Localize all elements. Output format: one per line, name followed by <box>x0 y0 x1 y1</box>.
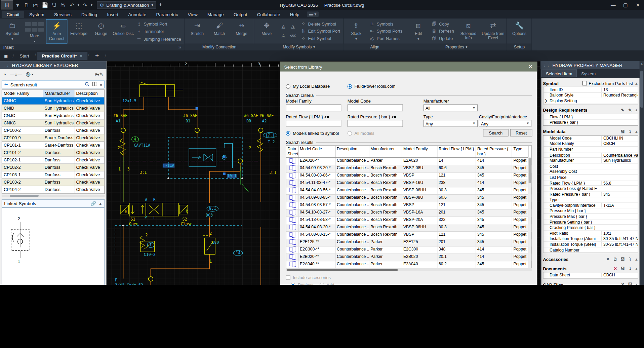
data-sheet-icon[interactable] <box>289 225 295 229</box>
library-row-CNJC[interactable]: CNJCSun HydraulicsCheck Valve <box>2 112 104 120</box>
match-button[interactable]: 🖌Match <box>209 19 230 43</box>
library-row-CP103-1[interactable]: CP103-1DanfossCheck Valve <box>2 171 104 179</box>
results-hscrollbar[interactable] <box>286 268 532 271</box>
manufacturer-combo[interactable]: All▼ <box>424 104 478 111</box>
menu-help[interactable]: Help <box>285 10 304 18</box>
library-row-CP101-2[interactable]: CP101-2DanfossCheck Valve <box>2 149 104 157</box>
edit-library-icon[interactable]: 🗁✎ <box>95 72 103 77</box>
property-row-part-number[interactable]: Part Number <box>544 147 638 152</box>
add-radio[interactable]: Add <box>320 282 334 285</box>
menu-collaborate[interactable]: Collaborate <box>252 10 285 18</box>
library-row-CNKC[interactable]: CNKCSun HydraulicsCheck Valve <box>2 120 104 127</box>
mirror-h-icon[interactable]: ⋘ <box>289 32 297 40</box>
source-radio-local[interactable]: My Local Database <box>286 84 330 89</box>
data-sheet-icon[interactable] <box>289 210 295 214</box>
property-row-list-price[interactable]: List Price <box>544 175 638 180</box>
rotate-right-icon[interactable]: ◬ <box>279 32 287 40</box>
menu-overflow-icon[interactable]: ▬ ▾ <box>307 11 319 17</box>
results-column-model-code[interactable]: Model Code <box>298 146 335 157</box>
close-button[interactable]: ✕ <box>632 0 644 10</box>
workspace-switcher[interactable]: ⚙ Drafting & Annotation ▾ <box>97 1 156 9</box>
include-accessories-option[interactable]: Include accessories <box>286 275 330 280</box>
insert-document-icon[interactable]: ⤵ <box>627 266 633 271</box>
save-document-icon[interactable]: 🖫 <box>620 266 626 271</box>
undo-icon[interactable]: ↶ <box>67 1 76 9</box>
data-sheet-icon[interactable] <box>289 165 295 170</box>
exclude-from-parts-list-checkbox[interactable] <box>582 81 587 85</box>
options-button[interactable]: 🔧Options <box>509 19 530 43</box>
undo-dropdown-icon[interactable]: ▾ <box>76 1 80 9</box>
symbol-ports-button[interactable]: ⇤Symbol Ports <box>369 28 402 35</box>
type-combo[interactable]: Any▼ <box>424 120 478 127</box>
property-row-pressure-setting-bar[interactable]: Pressure Setting { bar } <box>544 219 638 225</box>
menu-output[interactable]: Output <box>229 10 252 18</box>
data-sheet-icon[interactable] <box>289 254 295 259</box>
jumping-reference-button[interactable]: ⎓Jumping Reference <box>136 35 181 42</box>
library-row-CNID[interactable]: CNIDSun HydraulicsCheck Valve <box>2 105 104 112</box>
more-button[interactable]: More▾ <box>24 19 45 43</box>
property-row-model-code[interactable]: Model CodeCBCHLHN <box>544 136 638 141</box>
inline-valve-icon[interactable]: —○— <box>10 72 22 77</box>
property-row-data-sheet[interactable]: Data SheetCBCH <box>544 273 638 278</box>
results-row-E2B020-**[interactable]: E2B020-**Counterbalance ...ParkerE2B0202… <box>286 254 531 261</box>
property-row-pressure-max-bar[interactable]: Pressure Max { bar } <box>544 214 638 220</box>
dialog-launcher-icon[interactable]: ⇲ <box>178 46 181 49</box>
clear-search-icon[interactable]: × <box>99 82 102 87</box>
results-column-data-sheet[interactable]: Data Sheet <box>286 146 299 157</box>
tab-close-icon[interactable]: × <box>80 53 82 59</box>
property-row-catalog-number[interactable]: Catalog Number <box>544 247 638 253</box>
edit-symbol-port-button[interactable]: ⇅Edit Symbol Port <box>301 28 340 35</box>
motor-pump-icon[interactable]: Ⓜ◔ <box>26 71 33 77</box>
section-collapse-icon[interactable]: ▲ <box>635 282 638 285</box>
section-header-symbol[interactable]: SymbolExclude from Parts List▲ <box>543 80 638 87</box>
all-models-radio[interactable]: All models <box>348 131 374 136</box>
results-row-04.54.04-03-20-*[interactable]: 04.54.04-03-20-*Counterbalance ...Bosch … <box>286 224 531 232</box>
refresh-button[interactable]: 🗏Refresh <box>432 28 454 35</box>
model-code-input[interactable] <box>348 104 403 111</box>
menu-view[interactable]: View <box>183 10 202 18</box>
cavity-combo[interactable]: Any▼ <box>479 120 531 127</box>
results-row-04.54.09-03-85-*[interactable]: 04.54.09-03-85-*Counterbalance ...Bosch … <box>286 195 531 202</box>
magnifier-icon[interactable] <box>84 82 89 87</box>
section-collapse-icon[interactable]: ▲ <box>635 108 638 112</box>
save-model-icon[interactable]: 🖫 <box>620 129 626 134</box>
drawing-tab-practise-circuit[interactable]: Practise Circuit*× <box>37 52 87 60</box>
solenoid-info-button[interactable]: ⧅Solenoid Info <box>456 19 480 43</box>
property-row-pressure-loss-rated-f[interactable]: Pressure Loss @ Rated F <box>544 186 638 192</box>
data-sheet-icon[interactable] <box>289 239 295 244</box>
property-row-balloon-style[interactable]: Balloon StyleRounded Rectangle <box>544 93 638 99</box>
linked-symbols-header[interactable]: Linked Symbols 🔗 ▲ <box>2 199 105 207</box>
open-file-icon[interactable]: 🗁 <box>31 1 40 9</box>
delete-cadfile-icon[interactable]: ✕ <box>620 282 626 285</box>
catalog-book-icon[interactable] <box>92 82 97 87</box>
data-sheet-icon[interactable] <box>289 247 295 251</box>
property-row-manufacturer[interactable]: ManufacturerSun Hydraulics <box>544 158 638 164</box>
property-row-model-family[interactable]: Model FamilyCBCH <box>544 141 638 147</box>
clear-requirements-icon[interactable]: ✎ <box>620 108 626 113</box>
property-row-item-id[interactable]: Item ID13 <box>544 87 638 93</box>
data-sheet-icon[interactable] <box>289 217 295 222</box>
library-row-CNHC[interactable]: CNHCSun HydraulicsCheck Valve <box>2 98 104 105</box>
move-button[interactable]: ✥Move <box>256 19 277 43</box>
property-row-rated-flow-lpm[interactable]: Rated Flow { LPM }56.8 <box>544 180 638 186</box>
section-collapse-icon[interactable]: ▲ <box>635 129 638 133</box>
copy-button[interactable]: 🗐Copy <box>432 20 454 27</box>
stack-button[interactable]: ⇪Stack▾ <box>346 19 367 43</box>
save-icon[interactable]: 💾 <box>40 1 49 9</box>
results-row-04.54.09-03-20-*[interactable]: 04.54.09-03-20-*Counterbalance ...Bosch … <box>286 165 531 172</box>
results-row-E2C300-**[interactable]: E2C300-**Counterbalance ...ParkerE2C3003… <box>286 246 531 254</box>
edit-symbol-button[interactable]: ✧Edit Symbol <box>301 35 340 42</box>
collapse-icon[interactable]: ▲ <box>98 201 102 205</box>
menu-annotate[interactable]: Annotate <box>123 10 151 18</box>
results-column-rated-flow-lpm[interactable]: Rated Flow { LPM } <box>437 146 476 157</box>
column-header-model-family[interactable]: Model Family <box>2 90 43 97</box>
qat-customize-icon[interactable]: ▾̄ <box>156 1 165 9</box>
results-row-04.54.08-03-57-*[interactable]: 04.54.08-03-57-*Counterbalance ...Bosch … <box>286 202 531 209</box>
property-row-flow-lpm[interactable]: Flow { LPM } <box>544 114 638 120</box>
menu-drafting[interactable]: Drafting <box>76 10 102 18</box>
new-accessory-icon[interactable]: 🗋 <box>612 257 618 262</box>
symbol-button[interactable]: 🗀Symbol▾ <box>2 19 23 43</box>
menu-insert[interactable]: Insert <box>102 10 123 18</box>
results-column-model-family[interactable]: Model Family <box>402 146 437 157</box>
column-header-manufacturer[interactable]: Manufacturer <box>43 90 75 97</box>
